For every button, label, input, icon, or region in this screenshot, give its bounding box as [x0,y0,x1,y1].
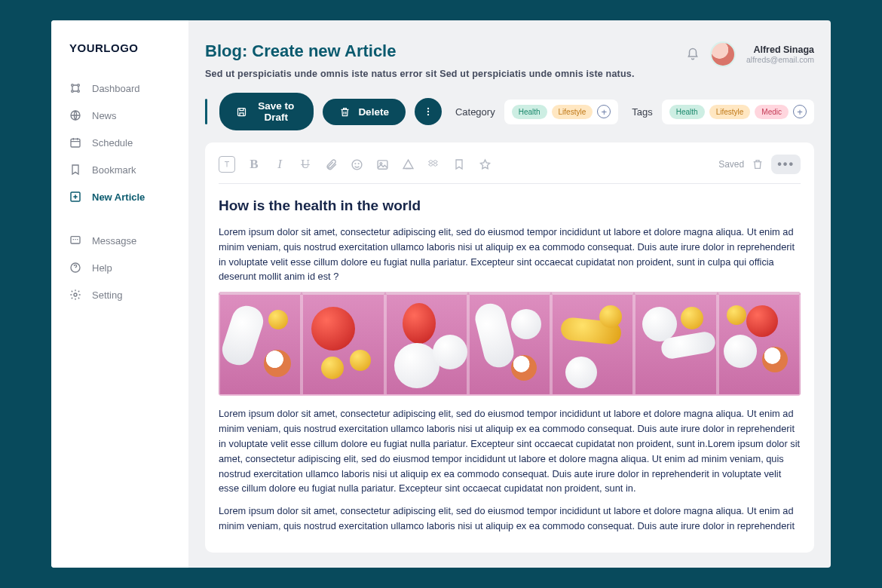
bold-icon[interactable]: B [247,158,261,171]
paragraph[interactable]: Lorem ipsum dolor sit amet, consectetur … [219,225,801,284]
tags-label: Tags [632,106,652,118]
svg-point-15 [355,163,356,164]
sidebar-item-dashboard[interactable]: Dashboard [69,75,175,101]
avatar[interactable] [710,41,736,67]
dots-vertical-icon [423,106,433,117]
delete-button[interactable]: Delete [323,99,406,125]
bell-icon[interactable] [686,47,700,61]
saved-status: Saved [718,159,744,170]
top-bar: Blog: Create new Article Sed ut perspici… [205,41,814,79]
save-draft-button[interactable]: Save to Draft [219,93,314,130]
more-actions-button[interactable] [415,98,442,125]
sidebar-item-label: Schedule [92,137,133,149]
action-row: Save to Draft Delete Category Health Lif… [205,93,814,130]
sidebar-item-label: New Article [92,191,145,203]
grid-icon [69,82,81,94]
text-tool-icon[interactable] [219,156,235,173]
svg-rect-10 [238,108,246,115]
underline-icon[interactable]: U [299,158,312,171]
brand-logo: YOURLOGO [69,41,175,54]
button-label: Delete [358,106,389,118]
bookmark-tool-icon[interactable] [452,158,466,171]
user-email: alfreds@email.com [746,55,814,64]
chip-category[interactable]: Lifestyle [552,105,593,119]
trash-tool-icon[interactable] [752,158,764,170]
category-chip-box: Health Lifestyle + [504,100,619,124]
svg-point-1 [78,84,80,87]
primary-nav: Dashboard News Schedule Bookmark New Art… [69,75,175,308]
attachment-icon[interactable] [324,158,338,171]
button-label: Save to Draft [255,100,297,123]
sidebar-item-label: News [92,110,117,121]
plus-square-icon [69,191,81,203]
editor-content[interactable]: How is the health in the world Lorem ips… [219,184,801,537]
svg-point-13 [427,114,429,115]
sidebar-item-label: Messagse [92,235,136,247]
svg-point-9 [74,293,77,296]
chip-tag[interactable]: Health [669,105,705,119]
svg-point-12 [427,111,429,112]
paragraph[interactable]: Lorem ipsum dolor sit amet, consectetur … [219,406,801,496]
sidebar-item-help[interactable]: Help [69,255,175,280]
more-tool-button[interactable]: ••• [771,155,801,174]
paragraph[interactable]: Lorem ipsum dolor sit amet, consectetur … [219,504,801,537]
sidebar-item-label: Setting [92,289,122,301]
add-category-button[interactable]: + [597,105,611,118]
svg-point-0 [72,84,74,87]
chip-tag[interactable]: Lifestyle [709,105,751,119]
editor-toolbar: B I U Saved ••• [219,153,801,184]
add-tag-button[interactable]: + [793,105,807,118]
svg-rect-5 [71,139,80,147]
sidebar-item-setting[interactable]: Setting [69,282,175,308]
chip-tag[interactable]: Medic [755,105,789,119]
shape-icon[interactable] [401,158,415,171]
accent-bar [205,99,207,124]
sidebar: YOURLOGO Dashboard News Schedule Bookmar… [51,20,188,568]
editor-card: B I U Saved ••• How is [205,142,814,553]
page-subtitle: Sed ut perspiciatis unde omnis iste natu… [205,69,686,79]
save-icon [236,106,247,118]
svg-point-14 [352,160,362,170]
help-icon [69,262,81,274]
svg-rect-17 [378,160,387,168]
svg-point-3 [78,90,80,93]
sidebar-item-news[interactable]: News [69,103,175,128]
calendar-icon [69,136,81,149]
article-image [219,292,801,396]
sidebar-item-label: Bookmark [92,164,136,176]
trash-icon [339,106,351,118]
sidebar-item-bookmark[interactable]: Bookmark [69,157,175,182]
tags-chip-box: Health Lifestyle Medic + [662,100,814,124]
article-title[interactable]: How is the health in the world [219,198,801,214]
sidebar-item-label: Dashboard [92,83,140,94]
star-icon[interactable] [478,158,492,171]
dropbox-icon[interactable] [427,158,440,171]
sidebar-item-messages[interactable]: Messagse [69,228,175,253]
emoji-icon[interactable] [350,158,363,171]
category-label: Category [455,106,495,118]
svg-point-2 [72,90,74,93]
user-name: Alfred Sinaga [746,44,814,55]
sidebar-item-new-article[interactable]: New Article [69,184,175,210]
user-text: Alfred Sinaga alfreds@email.com [746,44,814,64]
app-shell: YOURLOGO Dashboard News Schedule Bookmar… [51,20,831,568]
globe-icon [69,109,81,121]
message-icon [69,234,81,247]
bookmark-icon [69,164,81,176]
svg-point-11 [427,108,429,109]
page-title: Blog: Create new Article [205,41,686,61]
italic-icon[interactable]: I [273,158,286,171]
main-content: Blog: Create new Article Sed ut perspici… [188,20,831,568]
chip-category[interactable]: Health [512,105,547,119]
user-area: Alfred Sinaga alfreds@email.com [686,41,814,67]
svg-point-16 [358,163,359,164]
sidebar-item-schedule[interactable]: Schedule [69,130,175,155]
image-icon[interactable] [375,158,389,171]
settings-icon [69,289,81,301]
sidebar-item-label: Help [92,262,112,274]
